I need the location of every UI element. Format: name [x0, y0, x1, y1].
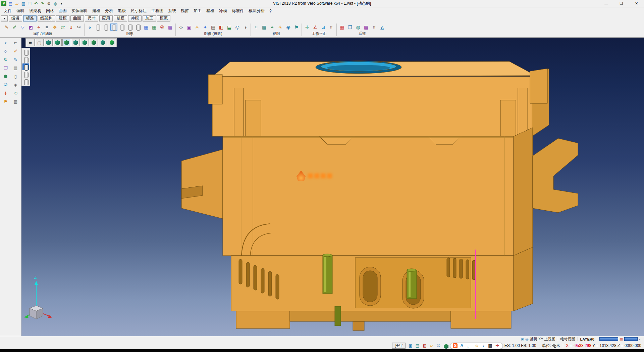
maximize-button[interactable]: ❐ — [614, 0, 629, 7]
menu-item[interactable]: 建模 — [90, 7, 103, 14]
shaded-cylinder-icon[interactable] — [110, 24, 117, 31]
image-tool-icon[interactable]: ▤ — [414, 343, 420, 349]
open-folder-icon[interactable]: ▱ — [14, 1, 20, 6]
menu-item[interactable]: 工程图 — [149, 7, 166, 14]
new-file-icon[interactable]: ▤ — [8, 1, 13, 6]
ime-bar[interactable]: SA、☺♪▦✛ — [450, 343, 502, 349]
sheet-icon[interactable]: ▤ — [12, 64, 19, 71]
snapshot-icon[interactable]: ▣ — [185, 24, 193, 31]
qat-caret-icon[interactable]: ▾ — [58, 1, 65, 7]
hatch-icon[interactable]: ▨ — [12, 98, 19, 105]
saved-view-icon[interactable]: ⚑ — [293, 24, 300, 31]
paint-attributes-icon[interactable]: ✎ — [3, 24, 10, 31]
globe-status-icon[interactable]: ◐ — [639, 337, 641, 341]
center-view-icon[interactable]: ⌖ — [269, 24, 276, 31]
tab-modeling[interactable]: 建模 — [56, 15, 69, 21]
red-book-icon[interactable]: ◧ — [421, 343, 427, 349]
lamp-icon[interactable]: ☀ — [277, 24, 284, 31]
cylinder-icon[interactable]: ▯ — [12, 73, 19, 80]
filter-icon[interactable]: ▽ — [19, 24, 26, 31]
layers-icon[interactable]: ≡ — [43, 24, 50, 31]
help-2-icon[interactable]: ② — [435, 343, 441, 349]
iso-view-5-icon[interactable] — [80, 39, 89, 46]
transparent-cylinder-icon[interactable] — [126, 24, 133, 31]
tab-standard[interactable]: 标准 — [23, 15, 37, 21]
shaded-sphere-icon[interactable]: ◕ — [86, 24, 93, 31]
material-red-icon[interactable]: ◧ — [218, 24, 225, 31]
display-mode-2-icon[interactable] — [22, 56, 29, 63]
iso-view-8-icon[interactable] — [108, 39, 116, 46]
menu-item[interactable]: 模流分析 — [246, 7, 267, 14]
eye-icon[interactable]: ◉ — [285, 24, 292, 31]
menu-item[interactable]: 加工 — [191, 7, 204, 14]
color-grid-icon[interactable]: ▦ — [338, 24, 345, 31]
workplane-plane-icon[interactable]: ⊿ — [320, 24, 327, 31]
stereo-glasses-icon[interactable]: ∞ — [177, 24, 184, 31]
magnet-icon[interactable]: ∪ — [67, 24, 74, 31]
ime-toolbox-icon[interactable]: ✛ — [495, 343, 500, 348]
menu-item[interactable]: 线架构 — [27, 7, 44, 14]
model-3d[interactable] — [21, 38, 644, 336]
iso-view-2-icon[interactable] — [53, 39, 62, 46]
zoom-bar-2[interactable] — [624, 337, 638, 341]
section-cylinder-icon[interactable] — [135, 24, 142, 31]
save-icon[interactable]: ▥ — [20, 1, 26, 6]
viewport-3d[interactable]: ≣▢ Z — [21, 38, 644, 336]
tab-mould[interactable]: 塑膜 — [114, 15, 127, 21]
snap-circle-icon[interactable]: ◎ — [525, 337, 529, 341]
menu-item[interactable]: 电极 — [115, 7, 128, 14]
lock-toggle[interactable]: 拴牢 — [392, 343, 406, 349]
menu-item[interactable]: 网格 — [44, 7, 56, 14]
shaded-edges-cylinder-icon[interactable] — [118, 24, 125, 31]
material-green-icon[interactable]: ⬓ — [226, 24, 233, 31]
shade-view-icon[interactable]: ▩ — [261, 24, 268, 31]
render-wheel-icon[interactable]: ✇ — [159, 24, 166, 31]
minimize-button[interactable]: — — [599, 0, 614, 7]
texture-icon[interactable]: ▩ — [167, 24, 174, 31]
tab-machining[interactable]: 加工 — [143, 15, 156, 21]
undo-icon[interactable]: ↶ — [33, 1, 39, 6]
display-mode-3-icon[interactable] — [22, 63, 29, 70]
menu-item[interactable]: 视窗 — [178, 7, 191, 14]
snap-dot-icon[interactable]: ◉ — [521, 337, 524, 341]
print-image-icon[interactable]: ▤ — [210, 24, 217, 31]
redo-icon[interactable]: ↷ — [40, 1, 45, 6]
menu-item[interactable]: 塑模 — [204, 7, 217, 14]
undo-arc-icon[interactable]: ⟲ — [12, 90, 19, 96]
pick-icon[interactable]: ⌖ — [35, 24, 42, 31]
menu-item[interactable]: 系统 — [166, 7, 178, 14]
copy-icon[interactable]: ❐ — [2, 64, 9, 71]
iso-view-6-icon[interactable] — [90, 39, 98, 46]
cross-icon[interactable]: ✛ — [2, 90, 9, 96]
tab-surface[interactable]: 曲面 — [70, 15, 84, 21]
prism-icon[interactable] — [442, 343, 448, 349]
ime-punct-icon[interactable]: 、 — [466, 343, 472, 348]
menu-item[interactable]: 曲面 — [56, 7, 69, 14]
menu-item[interactable]: 分析 — [103, 7, 115, 14]
settings-icon[interactable]: ⚙ — [46, 1, 52, 6]
tab-edit[interactable]: 编辑 — [9, 15, 22, 21]
layer-label[interactable]: LAYER0 — [580, 337, 594, 341]
rotate-icon[interactable]: ↻ — [2, 56, 9, 63]
tab-wireframe[interactable]: 线架构 — [38, 15, 55, 21]
grid-blue-icon[interactable]: ▦ — [143, 24, 150, 31]
iso-view-7-icon[interactable] — [99, 39, 107, 46]
ime-emoji-icon[interactable]: ☺ — [474, 343, 480, 348]
hidden-line-cylinder-icon[interactable] — [102, 24, 109, 31]
solid-icon[interactable]: ⬢ — [2, 73, 9, 80]
grid-green-icon[interactable]: ▦ — [151, 24, 158, 31]
mini-grid-icon[interactable]: ▦ — [620, 337, 623, 341]
tab-caret-icon[interactable]: ▾ — [1, 15, 8, 21]
dim-icon[interactable]: ② — [2, 81, 9, 88]
contrast-icon[interactable]: ◑ — [242, 24, 249, 31]
tab-die[interactable]: 冲模 — [128, 15, 142, 21]
menu-item[interactable]: 尺寸标注 — [128, 7, 149, 14]
menu-item[interactable]: 冲模 — [217, 7, 229, 14]
snap-mode-label[interactable]: 捕捉 XY 上视图 — [530, 337, 555, 342]
view-list-icon[interactable]: ≣ — [26, 39, 35, 46]
zoom-bar-1[interactable] — [599, 337, 618, 341]
globe-icon[interactable]: ◍ — [355, 24, 362, 31]
diamond-icon[interactable]: ◈ — [12, 81, 19, 88]
display-mode-1-icon[interactable] — [22, 49, 29, 55]
workplane-angle-icon[interactable]: ∠ — [312, 24, 319, 31]
